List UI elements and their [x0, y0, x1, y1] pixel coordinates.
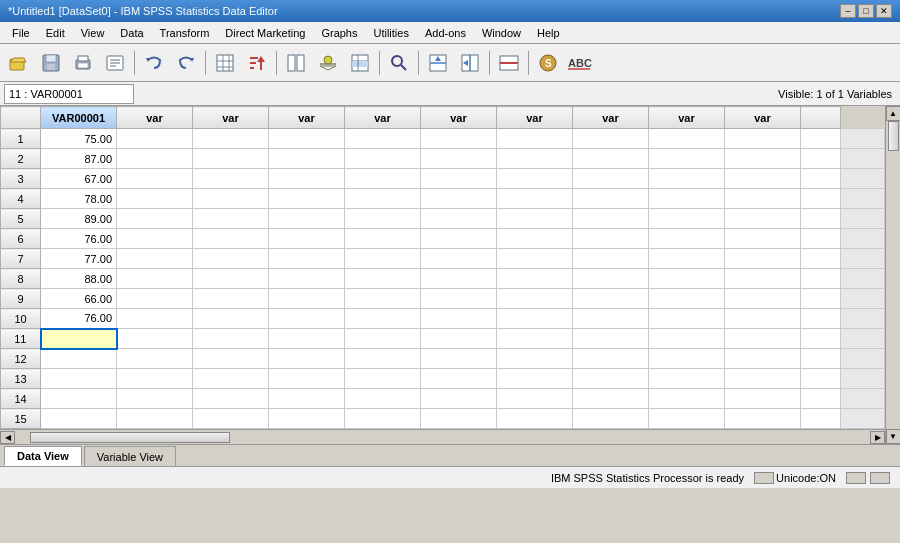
data-cell[interactable] — [801, 209, 841, 229]
data-cell[interactable] — [269, 389, 345, 409]
data-cell[interactable] — [117, 389, 193, 409]
data-cell[interactable] — [649, 209, 725, 229]
data-cell[interactable] — [269, 309, 345, 329]
data-cell[interactable] — [345, 329, 421, 349]
menu-file[interactable]: File — [4, 25, 38, 41]
data-cell[interactable] — [269, 269, 345, 289]
data-cell[interactable] — [497, 169, 573, 189]
data-cell[interactable] — [345, 389, 421, 409]
data-cell[interactable] — [117, 229, 193, 249]
weight-cases-button[interactable] — [313, 48, 343, 78]
data-cell[interactable] — [269, 349, 345, 369]
data-cell[interactable] — [725, 389, 801, 409]
data-cell[interactable] — [725, 349, 801, 369]
data-cell[interactable] — [573, 289, 649, 309]
data-cell[interactable] — [421, 269, 497, 289]
data-cell[interactable] — [573, 189, 649, 209]
data-cell[interactable] — [725, 169, 801, 189]
menu-data[interactable]: Data — [112, 25, 151, 41]
data-cell[interactable] — [649, 409, 725, 429]
col-header-7[interactable]: var — [497, 107, 573, 129]
col-header-9[interactable]: var — [649, 107, 725, 129]
data-cell[interactable] — [497, 189, 573, 209]
data-cell[interactable] — [649, 369, 725, 389]
data-cell[interactable] — [193, 229, 269, 249]
data-cell[interactable]: 78.00 — [41, 189, 117, 209]
data-cell[interactable]: 76.00 — [41, 309, 117, 329]
script-button[interactable]: S — [533, 48, 563, 78]
data-cell[interactable] — [117, 249, 193, 269]
data-cell[interactable] — [421, 409, 497, 429]
h-scroll-thumb[interactable] — [30, 432, 230, 443]
data-cell[interactable] — [269, 129, 345, 149]
data-cell[interactable] — [725, 189, 801, 209]
v-scroll-up[interactable]: ▲ — [886, 106, 901, 121]
data-cell[interactable] — [193, 289, 269, 309]
data-cell[interactable] — [345, 209, 421, 229]
data-cell[interactable] — [421, 209, 497, 229]
v-scroll-thumb[interactable] — [888, 121, 899, 151]
menu-addons[interactable]: Add-ons — [417, 25, 474, 41]
data-cell[interactable] — [345, 289, 421, 309]
data-cell[interactable] — [573, 169, 649, 189]
insert-cases-button[interactable] — [423, 48, 453, 78]
data-cell[interactable] — [725, 369, 801, 389]
data-cell[interactable] — [193, 149, 269, 169]
data-cell[interactable] — [421, 389, 497, 409]
tab-variable-view[interactable]: Variable View — [84, 446, 176, 466]
data-cell[interactable] — [345, 229, 421, 249]
data-cell[interactable] — [497, 289, 573, 309]
data-cell[interactable] — [269, 369, 345, 389]
data-cell[interactable] — [497, 129, 573, 149]
data-cell[interactable] — [193, 329, 269, 349]
h-scroll-left[interactable]: ◀ — [0, 431, 15, 444]
data-cell[interactable] — [497, 369, 573, 389]
data-cell[interactable] — [725, 269, 801, 289]
data-cell[interactable] — [725, 229, 801, 249]
data-cell[interactable] — [41, 329, 117, 349]
data-cell[interactable] — [497, 229, 573, 249]
data-cell[interactable] — [497, 409, 573, 429]
data-cell[interactable] — [573, 269, 649, 289]
data-cell[interactable] — [345, 349, 421, 369]
data-cell[interactable] — [421, 349, 497, 369]
undo-button[interactable] — [139, 48, 169, 78]
data-cell[interactable] — [117, 129, 193, 149]
data-cell[interactable] — [345, 169, 421, 189]
data-cell[interactable] — [573, 129, 649, 149]
data-cell[interactable] — [649, 189, 725, 209]
data-cell[interactable] — [117, 209, 193, 229]
abc-button[interactable]: ABC — [565, 48, 595, 78]
data-cell[interactable] — [421, 129, 497, 149]
close-button[interactable]: ✕ — [876, 4, 892, 18]
data-cell[interactable] — [421, 249, 497, 269]
data-cell[interactable] — [41, 389, 117, 409]
data-cell[interactable] — [725, 409, 801, 429]
v-scroll-down[interactable]: ▼ — [886, 429, 901, 444]
data-cell[interactable] — [421, 149, 497, 169]
data-cell[interactable] — [801, 389, 841, 409]
data-cell[interactable] — [497, 309, 573, 329]
h-scroll-track[interactable] — [30, 431, 855, 444]
horizontal-scrollbar[interactable]: ◀ ▶ — [0, 429, 885, 444]
data-cell[interactable] — [193, 249, 269, 269]
cell-reference-input[interactable] — [4, 84, 134, 104]
data-cell[interactable] — [801, 269, 841, 289]
data-cell[interactable] — [649, 129, 725, 149]
data-cell[interactable] — [497, 209, 573, 229]
data-cell[interactable]: 76.00 — [41, 229, 117, 249]
data-cell[interactable] — [117, 349, 193, 369]
data-cell[interactable] — [801, 369, 841, 389]
data-cell[interactable] — [801, 349, 841, 369]
select-cases-button[interactable] — [345, 48, 375, 78]
data-cell[interactable] — [649, 149, 725, 169]
menu-view[interactable]: View — [73, 25, 113, 41]
data-cell[interactable] — [41, 409, 117, 429]
data-cell[interactable] — [801, 289, 841, 309]
data-cell[interactable] — [801, 329, 841, 349]
data-cell[interactable] — [497, 389, 573, 409]
menu-edit[interactable]: Edit — [38, 25, 73, 41]
data-cell[interactable] — [117, 189, 193, 209]
v-scroll-track[interactable] — [887, 121, 900, 429]
col-header-3[interactable]: var — [193, 107, 269, 129]
